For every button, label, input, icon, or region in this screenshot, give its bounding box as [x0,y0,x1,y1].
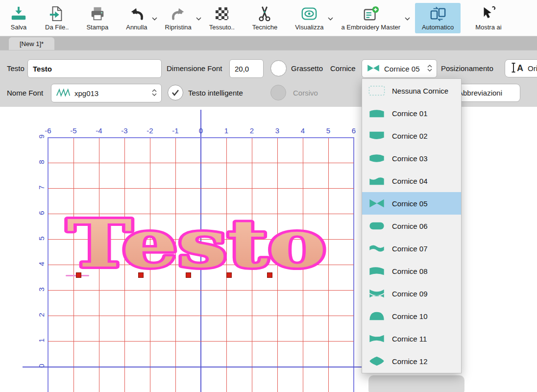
toolbar-button-annulla[interactable]: Annulla [123,3,150,33]
toolbar-button-tessuto[interactable]: Tessuto.. [206,3,238,33]
file-import-icon [48,5,66,22]
chevron-down-icon[interactable] [196,14,201,23]
x-tick: 0 [199,126,203,135]
check-icon [171,89,179,96]
text-orientation-icon: A [510,62,525,75]
menu-item-cornice-07[interactable]: Cornice 07 [362,237,461,260]
embroidery-master-icon [362,5,380,22]
menu-item-cornice-04[interactable]: Cornice 04 [362,170,461,192]
testo-label: Testo [7,59,24,78]
stitch-marker[interactable] [267,272,272,278]
stitch-marker[interactable] [138,272,144,278]
cornice-label: Cornice [330,59,356,78]
toolbar-button-ripristina[interactable]: Ripristina [162,3,195,33]
toolbar-label: Visualizza [295,24,323,31]
toolbar-label: a Embroidery Master [341,24,400,31]
frame-02-icon [367,129,387,142]
svg-text:A: A [517,63,523,73]
x-tick: 2 [250,126,254,135]
menu-item-cornice-12[interactable]: Cornice 12 [362,350,461,372]
eye-icon [300,5,318,22]
x-tick: -3 [121,126,127,135]
nome-font-select[interactable]: xpg013 [51,84,162,102]
save-icon [10,5,27,22]
abbreviazioni-label: Abbreviazioni [458,89,502,97]
frame-09-icon [367,287,387,300]
menu-item-cornice-03[interactable]: Cornice 03 [362,147,461,170]
dimensione-font-input[interactable] [229,59,264,78]
stitch-zigzag-icon [56,88,71,99]
main-toolbar: Salva Da File.. Stampa Annulla Ripristin… [0,0,537,36]
y-tick: 7 [37,183,46,193]
svg-text:Testo: Testo [67,208,326,282]
y-tick: 0 [37,361,46,371]
menu-item-cornice-05[interactable]: Cornice 05 [362,192,461,215]
menu-item-label: Cornice 10 [392,312,428,320]
frame-11-icon [367,332,387,345]
testo-input[interactable] [27,59,162,78]
posizionamento-button[interactable]: A Oriz [505,59,537,77]
frame-05-icon [366,64,380,74]
menu-item-cornice-10[interactable]: Cornice 10 [362,305,461,327]
frame-05-icon [367,197,387,210]
x-tick: -6 [45,126,51,135]
scissors-icon [256,5,273,22]
frame-01-icon [367,107,387,120]
testo-intelligente-checkbox[interactable] [168,85,183,100]
stitch-marker[interactable] [226,272,232,278]
chevron-down-icon[interactable] [405,14,410,23]
y-tick: 2 [37,310,46,320]
fabric-icon [213,5,231,22]
cornice-select[interactable]: Cornice 05 [362,59,437,78]
toolbar-label: Mostra ai [475,24,501,31]
toolbar-label: Ripristina [165,24,192,31]
chevron-down-icon[interactable] [152,14,157,23]
menu-item-cornice-01[interactable]: Cornice 01 [362,102,461,124]
stitch-marker[interactable] [186,272,191,278]
updown-arrows-icon [427,65,432,73]
dimensione-font-label: Dimensione Font [167,59,222,78]
toolbar-button-embroidery-master[interactable]: a Embroidery Master [338,3,403,33]
menu-item-label: Nessuna Cornice [392,87,448,95]
print-icon [89,5,106,22]
x-tick: 4 [301,126,305,135]
toolbar-button-mostra[interactable]: Mostra ai [472,3,504,33]
toolbar-button-da-file[interactable]: Da File.. [42,3,72,33]
posizionamento-label: Posizionamento [441,59,493,78]
no-frame-icon [367,84,387,97]
menu-item-nessuna-cornice[interactable]: Nessuna Cornice [362,79,461,102]
menu-item-cornice-08[interactable]: Cornice 08 [362,260,461,282]
toolbar-button-salva[interactable]: Salva [7,3,30,33]
toolbar-button-stampa[interactable]: Stampa [83,3,111,33]
testo-intelligente-label: Testo intelligente [188,84,243,102]
frame-07-icon [367,242,387,255]
frame-10-icon [367,310,387,322]
toolbar-label: Salva [11,24,27,31]
toolbar-button-visualizza[interactable]: Visualizza [292,3,326,33]
menu-item-cornice-11[interactable]: Cornice 11 [362,327,461,350]
updown-arrows-icon [152,89,157,98]
y-tick: 6 [37,208,46,218]
posizionamento-value: Oriz [528,64,537,73]
menu-item-cornice-06[interactable]: Cornice 06 [362,215,461,237]
y-tick: 4 [37,259,46,269]
chevron-down-icon[interactable] [328,14,333,23]
toolbar-button-automatico[interactable]: Automatico [415,3,461,33]
menu-item-label: Cornice 04 [392,177,428,185]
corsivo-radio[interactable] [270,85,286,100]
menu-item-label: Cornice 12 [392,357,428,366]
toolbar-label: Stampa [86,24,108,31]
nome-font-value: xpg013 [74,89,148,98]
menu-item-label: Cornice 09 [392,290,428,298]
x-tick: -5 [70,126,76,135]
x-tick: -4 [96,126,102,135]
embroidery-object[interactable]: Testo [64,208,334,285]
stitch-marker[interactable] [76,272,81,278]
menu-item-cornice-09[interactable]: Cornice 09 [362,282,461,305]
grassetto-radio[interactable] [270,60,287,76]
x-tick: -1 [172,126,178,135]
toolbar-button-tecniche[interactable]: Tecniche [249,3,280,33]
x-tick: 3 [275,126,279,135]
document-tab[interactable]: [New 1]* [9,37,54,50]
menu-item-cornice-02[interactable]: Cornice 02 [362,124,461,147]
